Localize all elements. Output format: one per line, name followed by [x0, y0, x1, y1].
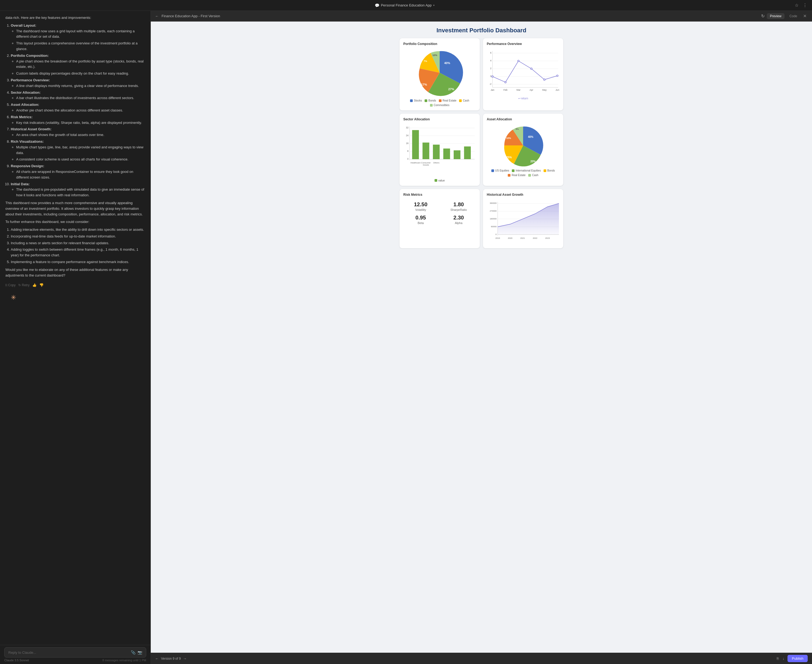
- asset-pie-chart: 40% 20% 25% 10%: [501, 124, 545, 167]
- feature-list: Overall Layout: The dashboard now uses a…: [5, 23, 145, 198]
- claude-logo-area: ✳: [5, 290, 145, 305]
- copy-action[interactable]: ⎘ Copy: [5, 283, 16, 288]
- legend-label: Cash: [463, 99, 469, 102]
- beta-label: Beta: [403, 221, 438, 225]
- list-item: A pie chart shows the breakdown of the p…: [16, 59, 145, 70]
- asset-pie-area: 40% 20% 25% 10%: [487, 124, 560, 177]
- back-arrow-button[interactable]: ←: [155, 14, 159, 18]
- version-forward-button[interactable]: →: [183, 656, 187, 661]
- portfolio-legend: Stocks Bonds Real Estate: [403, 99, 476, 107]
- bottom-bar: ← Version 9 of 9 → ⎘ ↓ Publish: [151, 653, 812, 664]
- svg-point-19: [518, 60, 519, 62]
- legend-label: Bonds: [547, 169, 555, 172]
- enhance-intro: To further enhance this dashboard, we co…: [5, 219, 145, 225]
- legend-label: Bonds: [428, 99, 436, 102]
- copy-to-clipboard-button[interactable]: ⎘: [776, 656, 779, 661]
- attach-icon[interactable]: 📎: [131, 650, 135, 654]
- version-back-button[interactable]: ←: [155, 656, 159, 661]
- historical-card-title: Historical Asset Growth: [487, 193, 560, 197]
- svg-text:Jun: Jun: [555, 89, 559, 91]
- svg-text:10%: 10%: [432, 54, 437, 57]
- camera-icon[interactable]: 📷: [138, 650, 142, 654]
- list-item: Key risk indicators (volatility, Sharpe …: [16, 120, 145, 126]
- dashboard-inner: Investment Portfolio Dashboard Portfolio…: [395, 21, 568, 257]
- legend-bonds: Bonds: [425, 99, 436, 102]
- svg-text:-2: -2: [490, 83, 491, 85]
- chat-input[interactable]: [8, 651, 129, 654]
- bullet-list: Multiple chart types (pie, line, bar, ar…: [11, 145, 145, 162]
- cards-row-3: Risk Metrics 12.50 Volatility 1.80 Sharp…: [400, 189, 563, 248]
- performance-line-chart: 6 4 2 0 -2: [487, 49, 560, 100]
- sharpe-value: 1.80: [441, 202, 476, 208]
- thumbs-up-action[interactable]: 👍: [32, 282, 37, 288]
- risk-beta: 0.95 Beta: [403, 215, 438, 225]
- summary-text: This dashboard now provides a much more …: [5, 200, 145, 217]
- legend-real-estate: Real Estate: [439, 99, 457, 102]
- enhancements-list: Adding interactive elements, like the ab…: [5, 227, 145, 265]
- publish-button[interactable]: Publish: [788, 655, 808, 662]
- sector-legend: value: [403, 179, 476, 182]
- dropdown-icon: ▾: [433, 4, 434, 7]
- chat-input-bar[interactable]: 📎 📷: [4, 647, 146, 657]
- list-item: Asset Allocation: Another pie chart show…: [11, 102, 145, 113]
- claude-asterisk-icon: ✳: [11, 293, 16, 303]
- list-item: Initial Data: The dashboard is pre-popul…: [11, 181, 145, 198]
- svg-text:90000: 90000: [491, 225, 496, 228]
- svg-text:2021: 2021: [521, 237, 525, 239]
- list-item: Adding toggles to switch between differe…: [11, 247, 145, 258]
- tab-code-button[interactable]: Code: [786, 13, 801, 19]
- sector-bar-chart: 32 24 16 8 0: [403, 124, 476, 182]
- svg-point-21: [544, 79, 545, 80]
- preview-close-button[interactable]: ✕: [802, 13, 808, 19]
- svg-text:2: 2: [490, 67, 491, 70]
- legend-cash: Cash: [459, 99, 469, 102]
- legend-dot: [425, 99, 427, 102]
- svg-text:Consumer: Consumer: [421, 161, 431, 164]
- closing-text: Would you like me to elaborate on any of…: [5, 267, 145, 278]
- svg-text:27%: 27%: [448, 88, 454, 91]
- svg-text:40%: 40%: [528, 135, 533, 138]
- section-heading: Portfolio Composition:: [11, 54, 49, 58]
- star-icon[interactable]: ☆: [794, 2, 799, 8]
- chat-icon: 💬: [375, 3, 379, 8]
- retry-action[interactable]: ↻ Retry: [18, 283, 29, 288]
- legend-dot: [512, 169, 514, 172]
- bullet-list: The dashboard is pre-populated with simu…: [11, 187, 145, 198]
- legend-label: Cash: [532, 174, 538, 177]
- tab-preview-button[interactable]: Preview: [767, 13, 785, 19]
- legend-label: Real Estate: [443, 99, 457, 102]
- legend-label: Commodities: [434, 104, 449, 107]
- bullet-list: All charts are wrapped in ResponsiveCont…: [11, 169, 145, 181]
- portfolio-composition-card: Portfolio Composition 40% 27%: [400, 38, 480, 111]
- svg-text:Apr: Apr: [530, 89, 533, 91]
- list-item: Custom labels display percentages direct…: [16, 71, 145, 76]
- svg-rect-44: [443, 149, 450, 159]
- risk-sharpe: 1.80 SharpeRatio: [441, 202, 476, 212]
- dashboard-container: Investment Portfolio Dashboard Portfolio…: [151, 21, 812, 653]
- section-heading: Rich Visualizations:: [11, 140, 44, 143]
- list-item: Sector Allocation: A bar chart illustrat…: [11, 90, 145, 101]
- historical-growth-card: Historical Asset Growth 360000 270000 18…: [483, 189, 563, 248]
- main-layout: data-rich. Here are the key features and…: [0, 11, 812, 664]
- refresh-button[interactable]: ↻: [761, 13, 765, 19]
- list-item: Another pie chart shows the allocation a…: [16, 108, 145, 113]
- legend-stocks: Stocks: [410, 99, 422, 102]
- list-item: A line chart displays monthly returns, g…: [16, 83, 145, 89]
- thumbs-down-action[interactable]: 👎: [39, 282, 44, 288]
- legend-dot: [434, 179, 437, 182]
- svg-text:May: May: [542, 89, 547, 91]
- legend-dot: [410, 99, 413, 102]
- chat-scroll-area[interactable]: data-rich. Here are the key features and…: [0, 11, 150, 645]
- preview-header-left: ← Finance Education App - First Version: [155, 14, 220, 18]
- legend-dot: [528, 174, 531, 177]
- list-item: Responsive Design: All charts are wrappe…: [11, 163, 145, 180]
- section-heading: Responsive Design:: [11, 164, 44, 168]
- legend-commodities: Commodities: [430, 104, 449, 107]
- list-item: The dashboard is pre-populated with simu…: [16, 187, 145, 198]
- app-title: Personal Finance Education App: [381, 3, 432, 7]
- performance-card-title: Performance Overview: [487, 42, 560, 46]
- right-preview-panel: ← Finance Education App - First Version …: [151, 11, 812, 664]
- legend-us-equities: US Equities: [491, 169, 509, 172]
- download-button[interactable]: ↓: [782, 656, 785, 661]
- menu-icon[interactable]: ⋮: [802, 2, 808, 8]
